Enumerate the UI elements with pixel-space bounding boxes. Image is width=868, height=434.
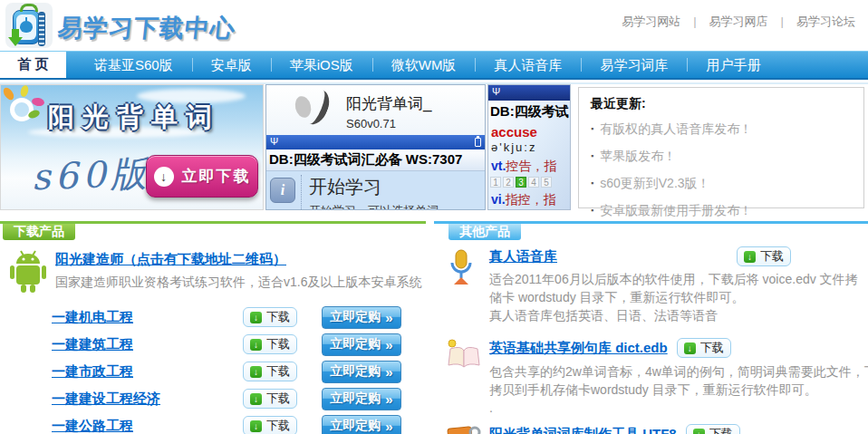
phone-screenshot-2: Ψ DB:四级考试 accuse ə'kju:z vt.控告，指 1 2 3 4… — [487, 84, 571, 210]
download-label: 下载 — [709, 426, 733, 434]
part-of-speech: vt. — [491, 159, 506, 173]
order-label: 立即定购 — [330, 418, 381, 434]
other-product-voice: 真人语音库 ↓下载 适合2011年06月以后版本的软件使用，下载后将 voice… — [434, 248, 868, 324]
download-label: 下载 — [760, 248, 784, 265]
nav-tab-manual[interactable]: 用户手册 — [687, 52, 779, 78]
app-logo-icon — [298, 86, 333, 129]
order-button[interactable]: 立即定购» — [322, 333, 401, 356]
download-label: 下载 — [266, 363, 290, 380]
update-text: 苹果版发布！ — [600, 149, 676, 163]
sun-petal — [31, 97, 44, 107]
bullet-icon: ▪ — [591, 151, 593, 160]
download-button[interactable]: ↓下载 — [677, 338, 731, 358]
product-link[interactable]: 一建公路工程 — [52, 418, 243, 434]
order-button[interactable]: 立即定购» — [322, 415, 401, 434]
featured-product-link[interactable]: 阳光建造师（点击有下载地址二维码） — [55, 251, 286, 266]
phonetic: ə'kju:z — [488, 140, 570, 154]
nav-tab-android[interactable]: 安卓版 — [192, 52, 271, 78]
download-arrow-icon: ↓ — [693, 429, 705, 434]
status-bar: Ψ — [488, 85, 570, 101]
page-number: 1 — [490, 177, 501, 188]
other-product-link[interactable]: 英语基础共享例句库 dict.edb — [489, 340, 668, 357]
backpack-handle — [20, 4, 38, 12]
other-product-link[interactable]: 阳光背单词词库制作工具 UTF8 — [489, 426, 677, 434]
part-of-speech: vi. — [491, 192, 506, 207]
update-text: 有版权的真人语音库发布！ — [600, 121, 752, 136]
download-button[interactable]: ↓下载 — [243, 334, 297, 354]
db-info-line: DB:四级考试 — [488, 101, 570, 121]
header: 易学习下载中心 易学习网站|易学习网店|易学习论坛 — [0, 0, 868, 51]
section-tab-downloads: 下载产品 — [3, 224, 75, 240]
hero: 阳光背单词 s60版 ↓ 立即下载 阳光背单词_ S60v0.71 Ψ DB:四… — [0, 84, 868, 211]
order-label: 立即定购 — [330, 309, 381, 325]
logo-backpack-icon — [5, 3, 53, 48]
sun-petal — [19, 84, 29, 98]
featured-product: 阳光建造师（点击有下载地址二维码） 国家建造师职业资格考试练习软件，适合v1.6… — [0, 248, 426, 295]
content: 下载产品 阳光建造师（点击有下载地址二维码） 国家建造师职业资格考试练习软件， — [0, 210, 868, 434]
meaning: 控告，指 — [506, 159, 556, 173]
chevron-right-icon: » — [385, 364, 392, 380]
download-arrow-icon: ↓ — [250, 339, 262, 351]
microphone-icon — [445, 248, 477, 286]
download-button[interactable]: ↓下载 — [243, 307, 297, 327]
product-link[interactable]: 一建建筑工程 — [52, 336, 243, 353]
chevron-right-icon: » — [385, 391, 392, 407]
downloads-section: 下载产品 阳光建造师（点击有下载地址二维码） 国家建造师职业资格考试练习软件， — [0, 221, 426, 434]
product-link[interactable]: 一建建设工程经济 — [52, 391, 243, 408]
banner-title: 阳光背单词 — [48, 100, 220, 136]
nav-tab-wm[interactable]: 微软WM版 — [372, 52, 476, 78]
download-label: 下载 — [700, 340, 724, 356]
meaning: 指控，指 — [506, 192, 556, 207]
banner-download-button[interactable]: ↓ 立即下载 — [146, 155, 258, 198]
meaning-line-1: vt.控告，指 — [488, 159, 570, 175]
battery-icon — [475, 138, 481, 147]
download-button[interactable]: ↓下载 — [243, 416, 297, 434]
other-product-link[interactable]: 真人语音库 — [489, 248, 557, 265]
download-arrow-icon — [8, 37, 23, 46]
others-section: 其他产品 真人语音库 ↓下载 适合2011年06月以后版本的软件使用，下载后将 … — [434, 221, 868, 434]
antenna-icon: Ψ — [270, 136, 278, 147]
top-link-website[interactable]: 易学习网站 — [622, 14, 680, 28]
nav-tab-voice[interactable]: 真人语音库 — [475, 52, 581, 78]
updates-list: ▪有版权的真人语音库发布！ ▪苹果版发布！ ▪s60更新到V2.3版！ ▪安卓版… — [591, 115, 863, 224]
download-arrow-icon: ↓ — [154, 167, 174, 187]
page-number: 4 — [528, 177, 539, 188]
nav-tab-ios[interactable]: 苹果iOS版 — [271, 52, 372, 78]
desc-line: 拷贝到手机存储卡wordstudy 目录下，重新运行软件即可。 — [489, 381, 868, 399]
order-button[interactable]: 立即定购» — [322, 306, 401, 329]
android-icon — [7, 248, 49, 295]
download-button[interactable]: ↓下载 — [243, 389, 297, 409]
info-icon: i — [270, 178, 295, 203]
apple-stem — [25, 17, 27, 22]
order-label: 立即定购 — [330, 363, 381, 380]
download-button[interactable]: ↓下载 — [737, 246, 791, 266]
nav-tab-s60[interactable]: 诺基亚S60版 — [75, 52, 192, 78]
order-button[interactable]: 立即定购» — [322, 361, 401, 383]
screenshot-app-header: 阳光背单词_ S60v0.71 — [266, 85, 485, 135]
page-number: 5 — [541, 177, 552, 188]
top-link-shop[interactable]: 易学习网店 — [709, 14, 768, 28]
download-row: 一建机电工程 ↓下载 立即定购» — [0, 304, 426, 331]
download-row: 一建建筑工程 ↓下载 立即定购» — [0, 331, 426, 358]
product-link[interactable]: 一建机电工程 — [52, 309, 243, 326]
bullet-icon: ▪ — [591, 124, 593, 133]
antenna-icon: Ψ — [492, 86, 500, 97]
nav-tab-dict[interactable]: 易学习词库 — [581, 52, 687, 78]
other-product-examples: 英语基础共享例句库 dict.edb ↓下载 包含共享的约2w单词音标，4w单词… — [434, 338, 868, 417]
desc-line: 储卡 wordstudy 目录下，重新运行软件即可。 — [489, 288, 868, 306]
section-header: 下载产品 — [0, 221, 426, 240]
menu-item-subtitle: 开始学习，可以选择单词 — [309, 203, 439, 210]
updates-title: 最近更新: — [591, 96, 863, 112]
download-row: 一建公路工程 ↓下载 立即定购» — [0, 412, 426, 434]
download-button[interactable]: ↓下载 — [243, 362, 297, 381]
order-label: 立即定购 — [330, 336, 381, 352]
download-button[interactable]: ↓下载 — [686, 424, 740, 434]
top-links: 易学习网站|易学习网店|易学习论坛 — [622, 14, 855, 30]
update-item: ▪苹果版发布！ — [591, 142, 863, 169]
nav-tab-home[interactable]: 首 页 — [0, 52, 66, 78]
order-label: 立即定购 — [330, 391, 381, 407]
top-link-forum[interactable]: 易学习论坛 — [796, 14, 855, 28]
order-button[interactable]: 立即定购» — [322, 388, 401, 410]
product-link[interactable]: 一建市政工程 — [52, 363, 243, 381]
link-separator: | — [781, 14, 784, 28]
